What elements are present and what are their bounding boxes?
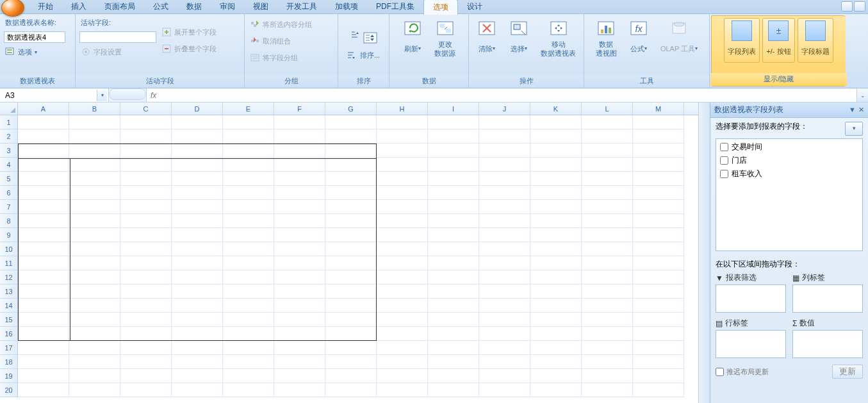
cell[interactable] [582, 355, 633, 369]
ungroup-button[interactable]: 取消组合 [249, 35, 313, 47]
cell[interactable] [633, 129, 684, 144]
cell[interactable] [120, 284, 172, 299]
row-header[interactable]: 14 [0, 299, 18, 313]
update-button[interactable]: 更新 [832, 365, 863, 379]
field-checkbox[interactable] [720, 156, 728, 165]
plusminus-button[interactable]: ± +/- 按钮 [762, 18, 794, 63]
cell[interactable] [120, 256, 172, 270]
cell[interactable] [633, 144, 684, 158]
cell[interactable] [530, 327, 582, 341]
cell[interactable] [582, 383, 633, 397]
cell[interactable] [325, 144, 377, 158]
column-header[interactable]: K [530, 103, 582, 115]
cell[interactable] [479, 299, 530, 313]
column-header[interactable]: B [69, 103, 120, 115]
cell[interactable] [172, 214, 223, 228]
cell[interactable] [120, 355, 172, 369]
cell[interactable] [377, 228, 428, 242]
cell[interactable] [223, 299, 274, 313]
cell[interactable] [120, 383, 172, 397]
formula-input[interactable]: fx [146, 88, 856, 102]
cell[interactable] [69, 341, 120, 355]
row-header[interactable]: 5 [0, 172, 18, 186]
cell[interactable] [377, 129, 428, 144]
cell[interactable] [325, 158, 377, 172]
cell[interactable] [377, 242, 428, 256]
cell[interactable] [274, 355, 325, 369]
cell[interactable] [69, 383, 120, 397]
cell[interactable] [223, 242, 274, 256]
tab-pagelayout[interactable]: 页面布局 [95, 0, 144, 14]
cell[interactable] [18, 129, 69, 144]
column-header[interactable]: J [479, 103, 530, 115]
cell[interactable] [530, 158, 582, 172]
cell[interactable] [377, 172, 428, 186]
cell[interactable] [223, 172, 274, 186]
cell[interactable] [530, 242, 582, 256]
olap-button[interactable]: OLAP 工具▾ [657, 17, 701, 59]
sort-asc-icon[interactable] [350, 30, 360, 40]
move-pivot-button[interactable]: 移动 数据透视表 [537, 17, 580, 59]
cell[interactable] [274, 256, 325, 270]
cell[interactable] [18, 214, 69, 228]
cell[interactable] [274, 369, 325, 383]
cell[interactable] [325, 355, 377, 369]
cell[interactable] [274, 200, 325, 214]
cell[interactable] [69, 369, 120, 383]
cell[interactable] [428, 129, 479, 144]
tab-pdf[interactable]: PDF工具集 [367, 0, 423, 14]
tab-addins[interactable]: 加载项 [326, 0, 367, 14]
cell[interactable] [172, 158, 223, 172]
cell[interactable] [530, 172, 582, 186]
cell[interactable] [325, 172, 377, 186]
cell[interactable] [325, 242, 377, 256]
cell[interactable] [120, 242, 172, 256]
cell[interactable] [69, 327, 120, 341]
cell[interactable] [69, 214, 120, 228]
cell[interactable] [120, 270, 172, 284]
cell[interactable] [18, 186, 69, 200]
cell[interactable] [69, 186, 120, 200]
cell[interactable] [120, 341, 172, 355]
tab-options[interactable]: 选项 [423, 0, 458, 15]
cell[interactable] [428, 299, 479, 313]
cell[interactable] [325, 214, 377, 228]
cell[interactable] [18, 115, 69, 129]
group-selection-button[interactable]: 将所选内容分组 [249, 18, 313, 31]
cell[interactable] [633, 313, 684, 327]
cell[interactable] [18, 200, 69, 214]
cell[interactable] [582, 299, 633, 313]
cell[interactable] [633, 355, 684, 369]
cell[interactable] [18, 242, 69, 256]
cell[interactable] [172, 299, 223, 313]
cell[interactable] [428, 256, 479, 270]
cell[interactable] [582, 172, 633, 186]
cell[interactable] [582, 256, 633, 270]
cell[interactable] [69, 172, 120, 186]
row-header[interactable]: 20 [0, 383, 18, 397]
cell[interactable] [479, 270, 530, 284]
cell[interactable] [69, 299, 120, 313]
field-checkbox[interactable] [720, 170, 728, 178]
cell[interactable] [172, 242, 223, 256]
close-icon[interactable]: ✕ [858, 106, 864, 114]
cell[interactable] [582, 129, 633, 144]
cell[interactable] [172, 270, 223, 284]
cell[interactable] [18, 369, 69, 383]
row-header[interactable]: 16 [0, 327, 18, 341]
cell[interactable] [325, 228, 377, 242]
cell[interactable] [223, 214, 274, 228]
cell[interactable] [223, 228, 274, 242]
cell[interactable] [274, 115, 325, 129]
sort-button[interactable]: 排序... [359, 49, 381, 62]
cell[interactable] [325, 186, 377, 200]
name-box[interactable]: A3 ▾ [0, 88, 109, 102]
cell[interactable] [428, 383, 479, 397]
cell[interactable] [69, 242, 120, 256]
vertical-scrollbar[interactable] [698, 103, 710, 403]
row-header[interactable]: 9 [0, 228, 18, 242]
cell[interactable] [274, 144, 325, 158]
cell[interactable] [530, 214, 582, 228]
cell[interactable] [428, 355, 479, 369]
row-header[interactable]: 6 [0, 186, 18, 200]
